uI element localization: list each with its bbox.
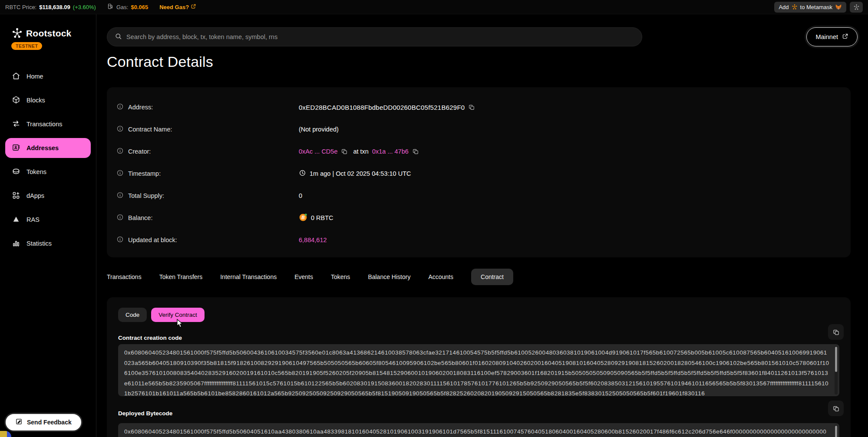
feedback-label: Send Feedback xyxy=(27,419,72,426)
creator-txn-link[interactable]: 0x1a ... 47b6 xyxy=(372,148,409,155)
brand-name: Rootstock xyxy=(26,28,71,39)
creation-code-text: 0x608060405234801561000f575f5ffd5b506004… xyxy=(124,349,829,396)
sidebar-item-addresses[interactable]: Addresses xyxy=(5,138,91,158)
code-button[interactable]: Code xyxy=(118,308,147,322)
network-label: Mainnet xyxy=(815,33,838,40)
copy-creator-button[interactable] xyxy=(341,148,348,155)
send-feedback-button[interactable]: Send Feedback xyxy=(4,413,83,432)
sidebar-item-label: Addresses xyxy=(26,145,59,151)
sidebar-item-dapps[interactable]: dApps xyxy=(5,186,91,206)
deployed-bytecode-box[interactable]: 0x608060405234801561000f575f5ffd5b506040… xyxy=(118,423,839,437)
add-to-metamask-suffix: to Metamask xyxy=(800,4,832,10)
gas-value: $0.065 xyxy=(131,4,148,10)
coin-icon xyxy=(12,167,20,177)
info-icon xyxy=(116,214,124,222)
brand[interactable]: Rootstock xyxy=(0,14,96,39)
contract-name-label: Contract Name: xyxy=(128,126,172,133)
tab-tokens[interactable]: Tokens xyxy=(331,269,350,285)
rootstock-mini-icon xyxy=(792,4,798,10)
total-supply-value: 0 xyxy=(299,192,302,199)
balance-label: Balance: xyxy=(128,214,152,221)
arrows-swap-icon xyxy=(12,119,20,129)
contact-card-icon xyxy=(12,143,20,153)
sidebar-item-ras[interactable]: RAS xyxy=(5,210,91,230)
sidebar-item-label: Blocks xyxy=(26,97,45,104)
copy-creation-code-button[interactable] xyxy=(828,324,844,340)
rbtc-coin-icon: B xyxy=(299,213,307,223)
rootstock-settings-button[interactable] xyxy=(850,2,863,13)
sidebar: Rootstock TESTNET Home Blocks Transactio… xyxy=(0,14,96,437)
contract-details-card: Address: 0xED28BCAD0B1088FbdbeDD00260BC0… xyxy=(107,87,851,257)
sidebar-item-blocks[interactable]: Blocks xyxy=(5,90,91,110)
tab-events[interactable]: Events xyxy=(294,269,313,285)
info-icon xyxy=(116,103,124,112)
main-content: Mainnet Contract Details Address: 0xED28… xyxy=(96,14,868,437)
search-icon xyxy=(115,33,122,42)
home-icon xyxy=(12,72,20,82)
info-icon xyxy=(116,236,124,244)
rbtc-price-change: (+3.60%) xyxy=(73,4,96,10)
sidebar-item-tokens[interactable]: Tokens xyxy=(5,162,91,182)
verify-contract-button[interactable]: Verify Contract xyxy=(151,308,205,322)
tab-internal-transactions[interactable]: Internal Transactions xyxy=(220,269,277,285)
creation-code-box[interactable]: 0x608060405234801561000f575f5ffd5b506004… xyxy=(118,344,839,396)
network-switch-button[interactable]: Mainnet xyxy=(806,27,858,46)
creation-code-label: Contract creation code xyxy=(118,335,182,341)
need-gas-link[interactable]: Need Gas? xyxy=(159,3,196,10)
page-title: Contract Details xyxy=(107,53,213,70)
external-link-icon xyxy=(842,33,848,41)
info-icon xyxy=(116,147,124,156)
address-tabs: Transactions Token Transfers Internal Tr… xyxy=(107,269,513,285)
deployed-bytecode-scrollbar[interactable] xyxy=(835,425,838,437)
info-icon xyxy=(116,169,124,178)
total-supply-label: Total Supply: xyxy=(128,192,164,199)
sidebar-item-home[interactable]: Home xyxy=(5,66,91,86)
rootstock-logo-icon xyxy=(11,27,23,39)
copy-txn-button[interactable] xyxy=(412,148,419,155)
feedback-pencil-icon xyxy=(15,418,23,427)
tab-balance-history[interactable]: Balance History xyxy=(368,269,410,285)
sidebar-item-transactions[interactable]: Transactions xyxy=(5,114,91,134)
sidebar-nav: Home Blocks Transactions Addresses Token… xyxy=(0,66,96,253)
detail-row-balance: Balance: B 0 RBTC xyxy=(116,209,841,227)
sidebar-item-label: RAS xyxy=(26,216,40,223)
sidebar-item-label: Home xyxy=(26,73,43,80)
tab-accounts[interactable]: Accounts xyxy=(428,269,453,285)
copy-address-button[interactable] xyxy=(468,104,475,111)
detail-row-updated-block: Updated at block: 6,884,612 xyxy=(116,231,841,249)
cube-icon xyxy=(12,95,20,105)
grid-plus-icon xyxy=(12,191,20,201)
rootstock-explorer-page: RBTC Price: $118,638.09 (+3.60%) Gas: $0… xyxy=(0,0,868,437)
creator-at-txn-label: at txn xyxy=(353,148,368,155)
tab-transactions[interactable]: Transactions xyxy=(107,269,142,285)
copy-deployed-bytecode-button[interactable] xyxy=(828,401,844,416)
address-label: Address: xyxy=(128,104,153,111)
metamask-fox-icon xyxy=(835,4,842,10)
search-input[interactable] xyxy=(126,33,634,40)
sidebar-item-label: dApps xyxy=(26,192,44,199)
clock-icon xyxy=(299,169,306,178)
updated-block-link[interactable]: 6,884,612 xyxy=(299,237,327,243)
contract-panel: Code Verify Contract Contract creation c… xyxy=(107,297,851,437)
balance-value: 0 RBTC xyxy=(311,214,333,221)
add-to-metamask-prefix: Add xyxy=(779,4,789,10)
info-icon xyxy=(116,191,124,200)
add-to-metamask-button[interactable]: Add to Metamask xyxy=(774,2,846,13)
updated-block-label: Updated at block: xyxy=(128,237,177,243)
detail-row-contract-name: Contract Name: (Not provided) xyxy=(116,121,841,138)
detail-row-address: Address: 0xED28BCAD0B1088FbdbeDD00260BC0… xyxy=(116,99,841,116)
contract-panel-buttons: Code Verify Contract xyxy=(118,308,205,322)
tab-token-transfers[interactable]: Token Transfers xyxy=(159,269,203,285)
sidebar-item-label: Statistics xyxy=(26,240,52,247)
tab-contract[interactable]: Contract xyxy=(471,269,513,285)
rbtc-price-label: RBTC Price: xyxy=(5,4,36,10)
topbar: RBTC Price: $118,638.09 (+3.60%) Gas: $0… xyxy=(0,0,868,14)
address-value: 0xED28BCAD0B1088FbdbeDD00260BC05f521B629… xyxy=(299,104,465,111)
detail-row-creator: Creator: 0xAc ... CD5e at txn 0x1a ... 4… xyxy=(116,143,841,160)
sidebar-item-label: Transactions xyxy=(26,121,62,128)
search-bar[interactable] xyxy=(107,27,642,46)
rbtc-price: RBTC Price: $118,638.09 (+3.60%) xyxy=(5,4,96,10)
sidebar-item-statistics[interactable]: Statistics xyxy=(5,233,91,253)
creator-address-link[interactable]: 0xAc ... CD5e xyxy=(299,148,337,155)
creation-code-scrollbar[interactable] xyxy=(835,346,838,394)
